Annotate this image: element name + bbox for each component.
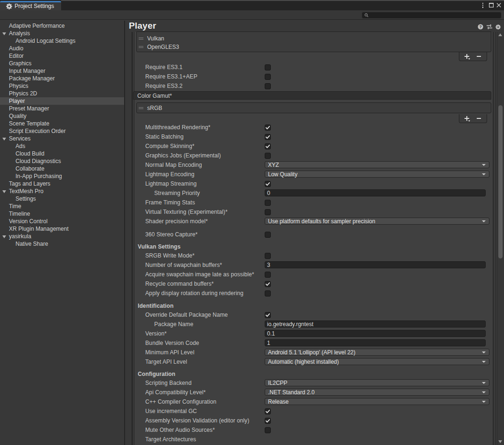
svg-text:?: ? — [479, 24, 482, 29]
